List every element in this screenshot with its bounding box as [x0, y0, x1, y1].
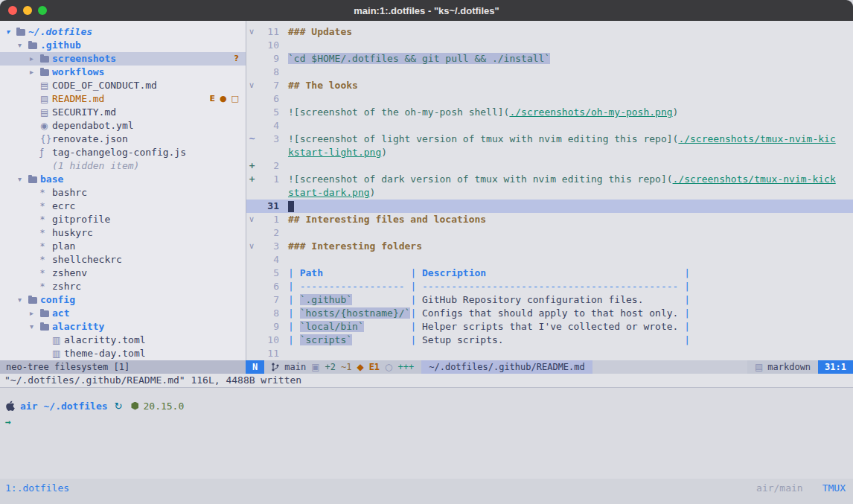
editor-line[interactable]: ∨11### Updates: [246, 25, 853, 39]
tree-item-label: bashrc: [52, 186, 87, 200]
tree-item-gitprofile[interactable]: *gitprofile: [0, 213, 246, 226]
chevron-right-icon[interactable]: ▸: [30, 307, 40, 320]
line-number: 6: [258, 92, 279, 106]
tree-item-github[interactable]: ▾.github: [0, 39, 246, 52]
tree-item-screenshots[interactable]: ▸screenshots?: [0, 52, 246, 66]
file-tree[interactable]: ▾~/.dotfiles▾.github▸screenshots?▸workfl…: [0, 21, 246, 360]
tree-item-alacritty-toml[interactable]: ▥alacritty.toml: [0, 334, 246, 347]
tree-item-act[interactable]: ▸act: [0, 307, 246, 320]
line-text: [279, 226, 288, 240]
tree-item-alacritty[interactable]: ▾alacritty: [0, 320, 246, 334]
tree-item-label: ~/.dotfiles: [28, 25, 92, 39]
line-number: 5: [258, 267, 279, 280]
tree-item-readme-md[interactable]: ▤README.mdE●□: [0, 92, 246, 106]
editor-line[interactable]: +1![screenshot of dark version of tmux w…: [246, 173, 853, 186]
shell-input-line[interactable]: →: [5, 415, 853, 430]
line-text: | `.github` | GitHub Repository configur…: [279, 293, 690, 307]
tree-item-renovate-json[interactable]: {}renovate.json: [0, 133, 246, 146]
editor-line[interactable]: 9| `local/bin` | Helper scripts that I'v…: [246, 320, 853, 334]
line-text: ![screenshot of the oh-my-posh shell](./…: [279, 106, 678, 119]
editor-line[interactable]: 4: [246, 119, 853, 133]
tree-item-config[interactable]: ▾config: [0, 293, 246, 307]
chevron-down-icon[interactable]: ▾: [18, 173, 28, 186]
tmux-window-name[interactable]: 1:.dotfiles: [5, 482, 69, 494]
tree-item-tag-changelog-config-js[interactable]: ƒtag-changelog-config.js: [0, 146, 246, 159]
tree-item-workflows[interactable]: ▸workflows: [0, 66, 246, 79]
tree-item-label: theme-day.toml: [64, 347, 146, 360]
git-status-untracked-badge: ?: [234, 52, 239, 66]
git-status-warn-badge: ●: [220, 92, 227, 106]
text-segment: Description: [422, 267, 486, 278]
editor-line[interactable]: 2: [246, 226, 853, 240]
line-number: 8: [258, 307, 279, 320]
tree-item-label: gitprofile: [52, 213, 110, 226]
tree-item-dependabot-yml[interactable]: ◉dependabot.yml: [0, 119, 246, 133]
tree-item-security-md[interactable]: ▤SECURITY.md: [0, 106, 246, 119]
editor-line[interactable]: 11: [246, 347, 853, 360]
git-sync-icon: ↻: [115, 401, 123, 412]
line-text: ### Interesting folders: [279, 240, 422, 253]
editor-line[interactable]: 7| `.github` | GitHub Repository configu…: [246, 293, 853, 307]
tree-item-label: alacritty.toml: [64, 334, 146, 347]
editor-buffer[interactable]: ∨11### Updates 10 9`cd $HOME/.dotfiles &…: [246, 21, 853, 360]
tree-item-code-of-conduct-md[interactable]: ▤CODE_OF_CONDUCT.md: [0, 79, 246, 92]
editor-line[interactable]: kstart-light.png): [246, 146, 853, 159]
line-text: [279, 200, 294, 213]
chevron-right-icon[interactable]: ▸: [30, 66, 40, 79]
text-segment: ### Updates: [288, 26, 352, 37]
editor-line[interactable]: ∨7## The looks: [246, 79, 853, 92]
editor-line[interactable]: ~3![screenshot of light version of tmux …: [246, 133, 853, 146]
tree-item-dotfiles[interactable]: ▾~/.dotfiles: [0, 25, 246, 39]
chevron-down-icon[interactable]: ▾: [18, 293, 28, 307]
editor-line[interactable]: 4: [246, 253, 853, 267]
tree-item-base[interactable]: ▾base: [0, 173, 246, 186]
shell-pane[interactable]: air ~/.dotfiles ↻ 20.15.0 →: [0, 387, 853, 479]
editor-line[interactable]: ∨1## Interesting files and locations: [246, 213, 853, 226]
editor-line[interactable]: 5![screenshot of the oh-my-posh shell](.…: [246, 106, 853, 119]
gutter-sign-empty: [246, 92, 258, 106]
text-segment: ./screenshots/tmux-nvim-kick: [673, 173, 836, 185]
text-segment: ![screenshot of the oh-my-posh shell](: [288, 106, 509, 118]
line-text: `cd $HOME/.dotfiles && git pull && ./ins…: [279, 52, 550, 66]
editor-line[interactable]: 6: [246, 92, 853, 106]
text-segment: GitHub Repository configuration files.: [422, 294, 684, 305]
editor-line[interactable]: 6| ------------------ | ----------------…: [246, 280, 853, 293]
editor-line[interactable]: 10| `scripts` | Setup scripts. |: [246, 334, 853, 347]
nvim-pane: ▾~/.dotfiles▾.github▸screenshots?▸workfl…: [0, 21, 853, 387]
cursor-block: [288, 201, 294, 212]
chevron-down-icon[interactable]: ▾: [18, 39, 28, 52]
editor-line[interactable]: start-dark.png): [246, 186, 853, 200]
editor-line-current[interactable]: 31: [246, 200, 853, 213]
git-segment: main ▣ +2 ~1 ◆ E1 ○ +++: [264, 360, 421, 374]
editor-line[interactable]: 10: [246, 39, 853, 52]
folder-icon: [16, 29, 25, 36]
text-segment: |: [288, 281, 300, 292]
tree-item-1-hidden-item[interactable]: (1 hidden item): [0, 159, 246, 173]
editor-line[interactable]: 8: [246, 66, 853, 79]
tree-item-zshenv[interactable]: *zshenv: [0, 267, 246, 280]
gutter-sign-empty: [246, 200, 258, 213]
tree-item-shellcheckrc[interactable]: *shellcheckrc: [0, 253, 246, 267]
tree-item-zshrc[interactable]: *zshrc: [0, 280, 246, 293]
editor-line[interactable]: +2: [246, 159, 853, 173]
tree-item-bashrc[interactable]: *bashrc: [0, 186, 246, 200]
tree-item-huskyrc[interactable]: *huskyrc: [0, 226, 246, 240]
editor-line[interactable]: 8| `hosts/{hostname}/`| Configs that sho…: [246, 307, 853, 320]
chevron-down-icon[interactable]: ▾: [30, 320, 40, 334]
diagnostic-icon: ◆: [357, 362, 363, 372]
chevron-down-icon[interactable]: ▾: [6, 25, 16, 39]
line-text: [279, 66, 288, 79]
titlebar[interactable]: main:1:.dotfiles - "ks~/.dotfiles": [0, 0, 853, 21]
arrow-spacer: [30, 159, 40, 173]
line-text: [279, 253, 288, 267]
tree-item-label: dependabot.yml: [52, 119, 134, 133]
editor-line[interactable]: 5| Path | Description |: [246, 267, 853, 280]
editor-line[interactable]: ∨3### Interesting folders: [246, 240, 853, 253]
chevron-right-icon[interactable]: ▸: [30, 52, 40, 66]
line-number: 1: [258, 173, 279, 186]
tree-item-plan[interactable]: *plan: [0, 240, 246, 253]
text-segment: `hosts/{hostname}/`: [300, 307, 411, 319]
tree-item-theme-day-toml[interactable]: ▥theme-day.toml: [0, 347, 246, 360]
tree-item-ecrc[interactable]: *ecrc: [0, 200, 246, 213]
editor-line[interactable]: 9`cd $HOME/.dotfiles && git pull && ./in…: [246, 52, 853, 66]
